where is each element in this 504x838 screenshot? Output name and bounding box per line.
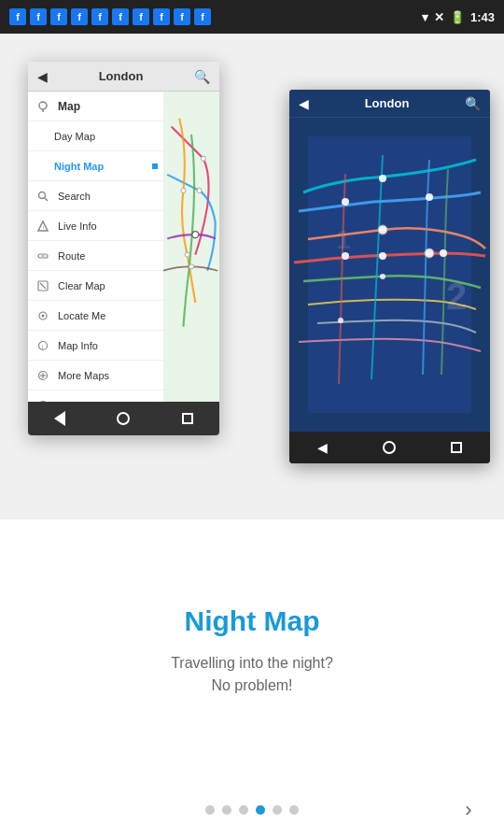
menu-item-route[interactable]: Route — [28, 241, 163, 271]
fb-icon-8: f — [153, 8, 170, 25]
moremaps-icon — [35, 368, 50, 383]
map-preview-left — [163, 92, 219, 402]
svg-point-0 — [39, 102, 47, 109]
menu-item-map[interactable]: Map — [28, 92, 163, 121]
desc-line2: No problem! — [211, 677, 292, 693]
liveinfo-icon: ! — [35, 219, 50, 234]
search-icon-left: 🔍 — [194, 69, 210, 84]
menu-item-locateme[interactable]: Locate Me — [28, 301, 163, 331]
menu-item-nightmap[interactable]: Night Map — [28, 151, 163, 181]
menu-item-about[interactable]: About — [28, 391, 163, 402]
mapinfo-label: Map Info — [58, 340, 98, 351]
phone-right-header: ◀ London 🔍 — [289, 90, 490, 118]
about-icon — [35, 398, 50, 403]
svg-point-28 — [378, 225, 387, 234]
menu-item-clearmap[interactable]: Clear Map — [28, 271, 163, 301]
clearmap-icon — [35, 278, 50, 293]
home-nav-btn[interactable] — [112, 407, 134, 430]
home-nav-right[interactable] — [383, 441, 396, 454]
svg-point-17 — [39, 401, 48, 402]
back-arrow-icon: ◀ — [37, 69, 48, 84]
fb-icon-10: f — [194, 8, 211, 25]
route-label: Route — [58, 250, 85, 262]
fb-icon-4: f — [71, 8, 88, 25]
map-label: Map — [58, 100, 80, 113]
fb-icon-3: f — [50, 8, 67, 25]
screenshots-area: ◀ London 🔍 Map Day Map — [0, 34, 504, 519]
phone-left-header: ◀ London 🔍 — [28, 62, 219, 92]
locateme-icon — [35, 308, 50, 323]
phone-right-navbar: ◀ — [289, 432, 490, 463]
phone-left: ◀ London 🔍 Map Day Map — [28, 62, 219, 435]
fb-icon-9: f — [174, 8, 190, 25]
battery-icon: 🔋 — [450, 10, 465, 24]
fb-icon-7: f — [133, 8, 149, 25]
svg-point-32 — [425, 249, 434, 258]
route-icon — [35, 249, 50, 263]
back-nav-right[interactable]: ◀ — [317, 440, 328, 455]
svg-line-3 — [45, 197, 49, 201]
next-arrow-button[interactable]: › — [452, 793, 485, 827]
recents-nav-right[interactable] — [451, 442, 462, 453]
svg-text:1: 1 — [336, 225, 351, 254]
status-bar-right: ▾ ✕ 🔋 1:43 — [422, 10, 495, 24]
menu-item-mapinfo[interactable]: i Map Info — [28, 331, 163, 361]
pagination-dot-6[interactable] — [289, 805, 299, 815]
svg-point-27 — [379, 175, 386, 182]
svg-point-21 — [192, 232, 199, 238]
menu-item-search[interactable]: Search — [28, 181, 163, 211]
night-map-heading: Night Map — [185, 605, 320, 637]
phone-left-navbar — [28, 402, 219, 435]
svg-point-22 — [189, 264, 193, 269]
svg-point-35 — [440, 249, 447, 257]
menu-list: Map Day Map Night Map Search — [28, 92, 163, 402]
locateme-label: Locate Me — [58, 310, 105, 321]
svg-point-20 — [197, 188, 202, 192]
menu-item-moremaps[interactable]: More Maps — [28, 361, 163, 391]
pagination-dot-3[interactable] — [239, 805, 248, 815]
menu-item-daymap[interactable]: Day Map — [28, 121, 163, 151]
nightmap-label: Night Map — [54, 161, 104, 172]
menu-content: Map Day Map Night Map Search — [28, 92, 219, 402]
next-arrow-icon: › — [465, 798, 471, 822]
pagination-dot-4[interactable] — [256, 805, 265, 815]
svg-point-24 — [181, 188, 186, 192]
status-bar: f f f f f f f f f f ▾ ✕ 🔋 1:43 — [0, 0, 504, 34]
liveinfo-label: Live Info — [58, 220, 97, 232]
back-arrow-right-icon: ◀ — [299, 96, 309, 111]
fb-icon-5: f — [91, 8, 108, 25]
search-label: Search — [58, 191, 91, 202]
svg-point-2 — [39, 192, 46, 198]
night-map-description: Travelling into the night? No problem! — [171, 652, 333, 697]
text-section: Night Map Travelling into the night? No … — [0, 519, 504, 782]
pagination-dot-1[interactable] — [205, 805, 215, 815]
fb-icon-6: f — [112, 8, 129, 25]
recents-nav-btn[interactable] — [176, 407, 199, 430]
search-icon-right: 🔍 — [465, 96, 481, 111]
svg-text:2: 2 — [446, 276, 467, 317]
svg-line-9 — [40, 283, 46, 289]
svg-point-29 — [379, 252, 386, 260]
menu-item-liveinfo[interactable]: ! Live Info — [28, 211, 163, 241]
daymap-label: Day Map — [54, 131, 95, 142]
wifi-icon: ▾ — [422, 10, 428, 24]
svg-point-11 — [42, 314, 45, 317]
pagination-dot-5[interactable] — [273, 805, 282, 815]
desc-line1: Travelling into the night? — [171, 655, 333, 671]
pagination-dot-2[interactable] — [222, 805, 231, 815]
svg-point-36 — [338, 318, 343, 323]
svg-point-23 — [185, 252, 189, 257]
moremaps-label: More Maps — [58, 370, 109, 381]
back-nav-btn[interactable] — [49, 407, 71, 430]
pagination-area: › — [0, 782, 504, 838]
clearmap-label: Clear Map — [58, 280, 105, 291]
svg-point-33 — [342, 198, 349, 206]
fb-icon-1: f — [9, 8, 26, 25]
mapinfo-icon: i — [35, 338, 50, 353]
svg-point-19 — [201, 156, 205, 161]
time-display: 1:43 — [470, 10, 495, 24]
fb-icon-2: f — [30, 8, 47, 25]
phone-right: ◀ London 🔍 — [289, 90, 490, 463]
svg-text:!: ! — [43, 225, 45, 231]
map-icon — [35, 99, 50, 114]
